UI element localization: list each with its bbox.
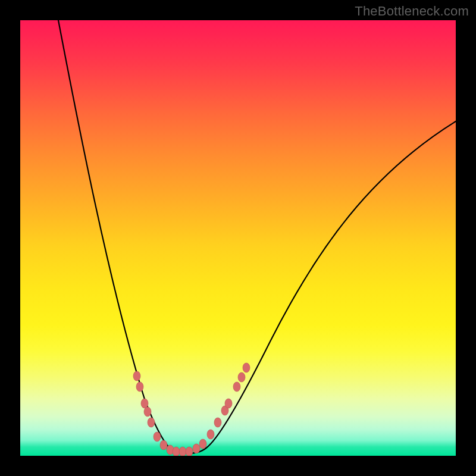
chart-frame: TheBottleneck.com [0,0,476,476]
bottleneck-curve [58,20,456,453]
data-marker [199,439,206,449]
curve-layer [20,20,456,456]
data-marker [225,399,232,408]
watermark-text: TheBottleneck.com [355,4,469,19]
data-marker [141,399,148,408]
data-marker [133,371,140,381]
data-marker [154,432,161,441]
data-marker [136,382,143,392]
data-marker [173,447,180,456]
data-marker [233,382,240,392]
marker-group [133,363,250,456]
data-marker [144,407,151,416]
data-marker [238,372,245,382]
data-marker [214,418,221,427]
plot-area [20,20,456,456]
data-marker [148,418,155,427]
data-marker [160,440,167,450]
data-marker [243,363,250,372]
data-marker [186,447,193,456]
data-marker [179,447,186,456]
data-marker [207,430,214,439]
data-marker [193,444,200,453]
